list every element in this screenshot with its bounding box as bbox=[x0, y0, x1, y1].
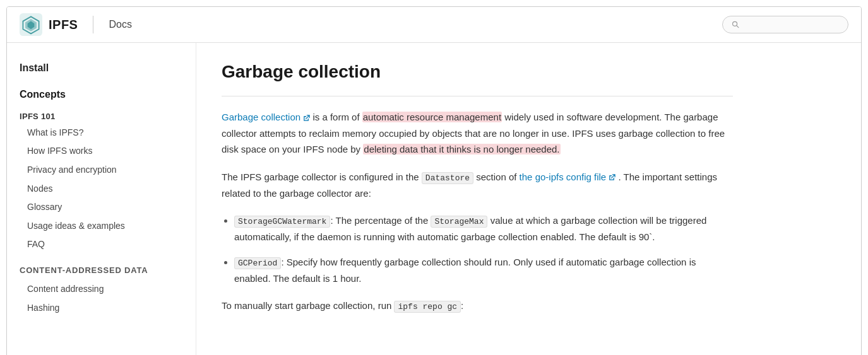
logo-text: IPFS bbox=[49, 18, 78, 32]
storage-gc-watermark-code: StorageGCWatermark bbox=[234, 216, 330, 228]
sidebar-item-content-addressing[interactable]: Content addressing bbox=[20, 280, 183, 299]
datastore-code: Datastore bbox=[422, 172, 473, 184]
search-icon bbox=[732, 20, 739, 29]
sidebar-item-hashing[interactable]: Hashing bbox=[20, 299, 183, 318]
sidebar-concepts-header: Concepts bbox=[20, 84, 183, 105]
sidebar-item-how-ipfs-works[interactable]: How IPFS works bbox=[20, 142, 183, 161]
logo-area: IPFS Docs bbox=[20, 13, 132, 36]
sidebar-item-install[interactable]: Install bbox=[20, 58, 183, 78]
svg-line-5 bbox=[737, 26, 739, 28]
sidebar-ipfs101: IPFS 101 bbox=[20, 108, 183, 124]
settings-list: StorageGCWatermark: The percentage of th… bbox=[234, 212, 733, 286]
header-divider bbox=[93, 16, 93, 33]
gc-period-code: GCPeriod bbox=[234, 257, 281, 269]
paragraph-2: The IPFS garbage collector is configured… bbox=[222, 169, 733, 202]
header: IPFS Docs bbox=[7, 7, 861, 43]
sidebar: Install Concepts IPFS 101 What is IPFS? … bbox=[7, 43, 196, 355]
list-item-gc-period: GCPeriod: Specify how frequently garbage… bbox=[234, 254, 733, 287]
list-item-storage-gc: StorageGCWatermark: The percentage of th… bbox=[234, 212, 733, 245]
sidebar-item-privacy-encryption[interactable]: Privacy and encryption bbox=[20, 161, 183, 180]
search-box[interactable] bbox=[722, 16, 848, 33]
sidebar-item-nodes[interactable]: Nodes bbox=[20, 180, 183, 199]
ipfs-repo-gc-code: ipfs repo gc bbox=[394, 301, 461, 313]
config-file-link[interactable]: the go-ipfs config file bbox=[520, 172, 616, 182]
storage-max-code: StorageMax bbox=[431, 216, 487, 228]
main-content: Garbage collection Garbage collection is… bbox=[196, 43, 764, 355]
search-input[interactable] bbox=[743, 20, 839, 30]
sidebar-item-what-is-ipfs[interactable]: What is IPFS? bbox=[20, 124, 183, 143]
paragraph-3: To manually start garbage collection, ru… bbox=[222, 298, 733, 314]
gc-link[interactable]: Garbage collection bbox=[222, 112, 310, 122]
sidebar-item-faq[interactable]: FAQ bbox=[20, 235, 183, 254]
ipfs-logo-icon bbox=[20, 13, 42, 36]
sidebar-content-addressed-label: CONTENT-ADDRESSED DATA bbox=[20, 265, 183, 275]
title-divider bbox=[222, 96, 733, 96]
page-title: Garbage collection bbox=[222, 62, 733, 82]
sidebar-item-glossary[interactable]: Glossary bbox=[20, 198, 183, 217]
highlight-deleting-data: deleting data that it thinks is no longe… bbox=[363, 144, 560, 154]
paragraph-1: Garbage collection is a form of automati… bbox=[222, 109, 733, 158]
header-docs-label: Docs bbox=[109, 19, 131, 30]
sidebar-item-usage-ideas[interactable]: Usage ideas & examples bbox=[20, 217, 183, 236]
page-layout: Install Concepts IPFS 101 What is IPFS? … bbox=[7, 43, 861, 355]
highlight-auto-resource: automatic resource management bbox=[362, 112, 502, 122]
